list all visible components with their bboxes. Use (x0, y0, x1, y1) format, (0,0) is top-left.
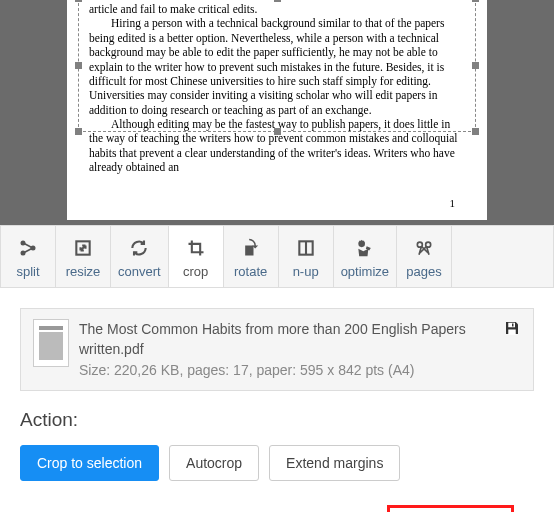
page-number: 1 (89, 197, 465, 211)
tool-convert[interactable]: convert (111, 226, 169, 287)
split-icon (8, 236, 48, 260)
save-icon[interactable] (503, 319, 521, 337)
crop-to-selection-button[interactable]: Crop to selection (20, 445, 159, 481)
tool-nup[interactable]: n-up (279, 226, 334, 287)
svg-rect-10 (508, 323, 515, 328)
extend-margins-button[interactable]: Extend margins (269, 445, 400, 481)
highlight-box: Crop it! » (387, 505, 514, 512)
rotate-icon (231, 236, 271, 260)
resize-handle-bottom-right[interactable] (472, 128, 479, 135)
tool-resize[interactable]: resize (56, 226, 111, 287)
tool-pages[interactable]: pages (397, 226, 452, 287)
tool-label: crop (183, 264, 208, 279)
resize-handle-top-mid[interactable] (274, 0, 281, 2)
tool-label: rotate (234, 264, 267, 279)
resize-handle-mid-left[interactable] (75, 62, 82, 69)
svg-rect-12 (508, 330, 516, 335)
file-name: The Most Common Habits from more than 20… (79, 319, 493, 360)
autocrop-button[interactable]: Autocrop (169, 445, 259, 481)
nup-icon (286, 236, 326, 260)
tool-label: n-up (293, 264, 319, 279)
tool-label: convert (118, 264, 161, 279)
resize-handle-bottom-left[interactable] (75, 128, 82, 135)
tool-label: optimize (341, 264, 389, 279)
action-heading: Action: (20, 409, 534, 431)
resize-icon (63, 236, 103, 260)
tool-label: resize (66, 264, 101, 279)
resize-handle-top-right[interactable] (472, 0, 479, 2)
pdf-preview-area[interactable]: article and fail to make critical edits.… (0, 0, 554, 225)
tool-toolbar: split resize convert crop rotate n-up (0, 225, 554, 288)
pdf-thumbnail (33, 319, 69, 367)
crop-icon (176, 236, 216, 260)
tool-optimize[interactable]: optimize (334, 226, 397, 287)
svg-rect-11 (512, 324, 514, 327)
tool-split[interactable]: split (1, 226, 56, 287)
tool-crop[interactable]: crop (169, 226, 224, 287)
file-meta: Size: 220,26 KB, pages: 17, paper: 595 x… (79, 360, 493, 380)
tool-rotate[interactable]: rotate (224, 226, 279, 287)
action-buttons: Crop to selection Autocrop Extend margin… (20, 445, 534, 481)
tool-label: pages (406, 264, 441, 279)
file-info-bar: The Most Common Habits from more than 20… (20, 308, 534, 391)
tool-label: split (16, 264, 39, 279)
resize-handle-bottom-mid[interactable] (274, 128, 281, 135)
resize-handle-top-left[interactable] (75, 0, 82, 2)
svg-rect-4 (245, 246, 253, 256)
crop-selection-box[interactable] (78, 0, 476, 132)
resize-handle-mid-right[interactable] (472, 62, 479, 69)
convert-icon (118, 236, 161, 260)
pages-icon (404, 236, 444, 260)
optimize-icon (341, 236, 389, 260)
